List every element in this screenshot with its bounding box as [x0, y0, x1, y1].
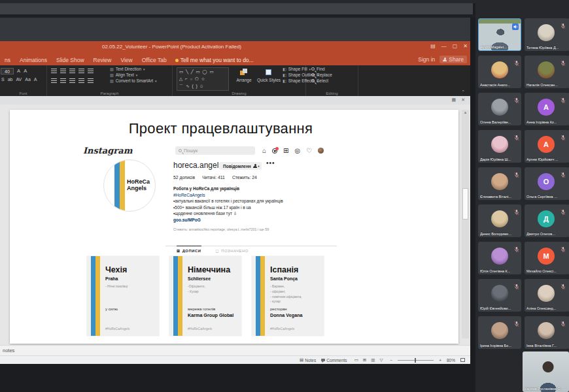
pin-tab-icon[interactable]: ▦ — [451, 97, 456, 103]
share-button[interactable]: Share — [440, 56, 467, 63]
editing-button[interactable]: Find — [311, 67, 332, 71]
view-button[interactable]: ▥ — [369, 357, 377, 363]
participant-tile[interactable]: Наталія Олексан... — [525, 56, 568, 88]
ribbon-tab[interactable]: Review — [89, 57, 116, 63]
bullets-icon[interactable] — [51, 69, 57, 73]
ribbon-tab[interactable]: Animations — [15, 57, 52, 63]
justify-icon[interactable] — [78, 78, 84, 83]
ribbon-tab[interactable]: View — [116, 57, 137, 63]
zoom-out-button[interactable]: − — [390, 358, 392, 363]
zoom-slider-thumb[interactable] — [415, 358, 416, 363]
participant-tile[interactable]: Інна Віталіївна Г... — [525, 316, 568, 349]
minimize-button[interactable]: — — [441, 43, 447, 49]
participant-tile[interactable]: О Ольга Сергіївна ... — [525, 167, 568, 200]
participant-tile[interactable]: Денис Володими... — [478, 204, 521, 237]
font-style-button[interactable]: AV — [16, 77, 22, 82]
ribbon-tab[interactable]: ns — [0, 57, 15, 63]
participant-tile[interactable]: М Михайло Олексі... — [525, 242, 568, 274]
more-options-icon[interactable]: ••• — [266, 159, 275, 167]
participant-tile[interactable]: Аліна Олександ... — [525, 279, 568, 312]
notes-pane[interactable]: notes — [0, 345, 470, 355]
participant-tile[interactable]: Олена Валеріївн... — [478, 93, 521, 125]
align-left-icon[interactable] — [51, 78, 57, 83]
tab-tagged[interactable]: ◻ ПОЗНАЧЕНО — [216, 246, 249, 253]
font-size-input[interactable]: 40 — [1, 68, 14, 74]
button-icon: ▥ — [110, 73, 114, 77]
participant-tile[interactable]: Єлизавета Віталі... — [478, 167, 521, 200]
participant-tile[interactable]: A Анна Ігорівна Ко... — [525, 93, 568, 125]
post-card[interactable]: Іспанія Santa Ponça - Бармен, - офіціант… — [252, 256, 324, 336]
post-card[interactable]: Чехія Praha - Нічні покоївці у силю #HoR… — [87, 256, 159, 336]
new-post-icon[interactable]: ⊞ — [283, 147, 288, 154]
profile-picture[interactable]: HoReCa Angels — [103, 159, 156, 212]
arrange-button[interactable]: Arrange — [232, 67, 256, 82]
maximize-button[interactable]: ▢ — [453, 43, 458, 49]
paragraph-small-button[interactable]: ▥ Align Text ▾ — [110, 73, 157, 77]
align-center-icon[interactable] — [60, 78, 66, 83]
line-spacing-icon[interactable] — [88, 69, 94, 73]
home-icon[interactable]: ⌂ — [262, 147, 266, 154]
participant-tile[interactable]: Юлія Олегівна К... — [478, 242, 521, 274]
vertical-scrollbar[interactable]: ▲ — [462, 110, 469, 338]
participant-tile[interactable]: A Артем Юрійович ... — [525, 130, 568, 163]
decrease-indent-icon[interactable] — [69, 69, 75, 73]
ribbon-tab[interactable]: Slide Show — [52, 57, 89, 63]
post-card[interactable]: Німеччина Schliersee -Офіціанти, - Кухар… — [169, 256, 241, 336]
participant-tile[interactable]: Дарія Юріївна Ш... — [478, 130, 521, 163]
bio-line: goo.su/MPoG — [173, 217, 320, 223]
search-input[interactable]: Пошук — [175, 146, 255, 155]
font-style-button[interactable]: A — [34, 77, 37, 82]
view-button[interactable]: ▭ — [353, 357, 360, 363]
paragraph-small-button[interactable]: ▥ Text Direction ▾ — [110, 67, 157, 71]
messenger-icon[interactable] — [272, 148, 277, 154]
tell-me-box[interactable]: Tell me what you want to do... — [175, 57, 254, 63]
columns-icon[interactable] — [88, 78, 94, 83]
explore-icon[interactable]: ◎ — [294, 147, 300, 154]
font-style-button[interactable]: S — [1, 77, 5, 82]
font-style-button[interactable]: ab — [8, 77, 13, 82]
close-tab-icon[interactable]: ✕ — [461, 97, 465, 103]
sign-in-link[interactable]: Sign in — [418, 56, 435, 63]
increase-indent-icon[interactable] — [78, 69, 84, 73]
participants-panel: Andrii Magalet... — [475, 0, 569, 392]
collapse-ribbon-icon[interactable]: ⌃ — [461, 90, 465, 95]
avatar — [491, 99, 508, 116]
close-button[interactable]: ✕ — [463, 43, 468, 49]
quick-styles-button[interactable]: Quick Styles — [256, 67, 281, 82]
card-hashtag: #HoReCaAngels — [270, 327, 294, 331]
scrollbar-thumb[interactable] — [462, 188, 468, 220]
align-right-icon[interactable] — [69, 78, 75, 83]
editing-button[interactable]: Select — [311, 78, 332, 83]
participant-tile[interactable]: Тетяна Юріївна Д... — [525, 18, 568, 51]
comments-toggle[interactable]: Comments — [321, 358, 347, 363]
participant-tile[interactable]: Анастасія Анато... — [478, 56, 521, 88]
participant-tile-large[interactable]: Карина Русланівна С... — [523, 351, 569, 392]
profile-avatar-icon[interactable] — [318, 148, 324, 154]
view-button[interactable]: ▽ — [377, 357, 385, 363]
participant-tile[interactable]: Юрій Євгенійови... — [478, 279, 521, 312]
zoom-in-button[interactable]: + — [439, 358, 441, 363]
suggest-follow-button[interactable]: + — [251, 162, 262, 170]
activity-heart-icon[interactable]: ♡ — [306, 147, 312, 154]
ribbon-display-options-icon[interactable]: ▤ — [430, 43, 436, 49]
zoom-slider[interactable] — [398, 360, 434, 361]
font-style-button[interactable]: Aa — [25, 77, 31, 82]
fit-slide-icon[interactable] — [460, 358, 465, 362]
ribbon-tab[interactable]: Office Tab — [137, 57, 171, 63]
zoom-percentage[interactable]: 80% — [447, 358, 455, 363]
participant-tile[interactable]: Д Дмитро Олегов... — [525, 204, 568, 237]
tab-posts[interactable]: ⊞ ДОПИСИ — [177, 246, 201, 253]
editing-button[interactable]: Replace — [311, 73, 332, 77]
participant-tile[interactable]: Andrii Magalet... — [478, 18, 521, 51]
shapes-gallery[interactable]: ▭ ╲ ╱ ▭ ◯ ▭ △ ⌐ ⌔ ⬠ ☆ ⌒ ∿ ( ) ✩ — [177, 67, 229, 91]
slide-canvas[interactable]: Проект працевлаштування Instagram Пошук … — [10, 110, 458, 344]
grow-shrink-font-icons[interactable]: A A — [17, 68, 28, 74]
participant-tile[interactable]: Ірина Ігорівна Бе... — [478, 316, 521, 349]
font-style-buttons[interactable]: S ab AV Aa A — [1, 77, 37, 82]
view-button[interactable]: ⊞ — [361, 357, 368, 363]
scroll-up-icon[interactable]: ▲ — [462, 110, 469, 114]
notes-toggle[interactable]: ▤ Notes — [300, 357, 316, 363]
paragraph-small-button[interactable]: ▥ Convert to SmartArt ▾ — [110, 78, 157, 83]
numbering-icon[interactable] — [60, 69, 66, 73]
card-country: Чехія — [105, 265, 127, 274]
